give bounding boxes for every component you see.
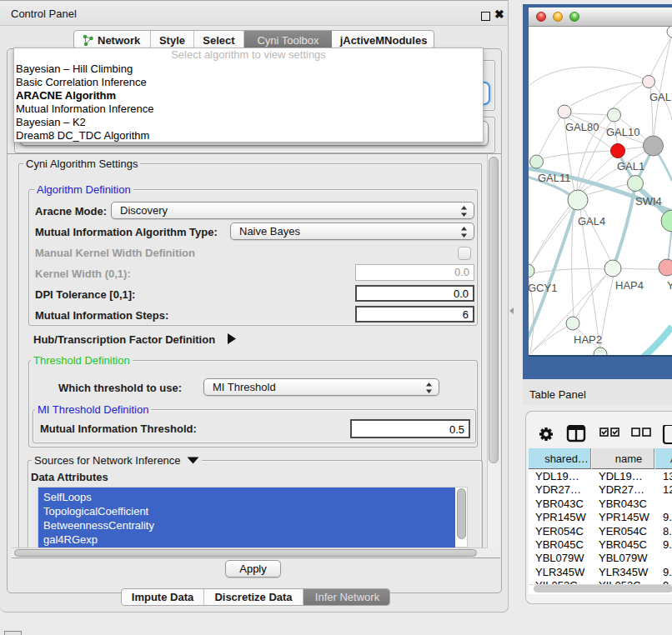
svg-text:GAL1: GAL1 (617, 160, 644, 172)
svg-text:GAL11: GAL11 (538, 172, 571, 184)
svg-text:SWI4: SWI4 (635, 195, 662, 208)
svg-text:HAP2: HAP2 (574, 333, 602, 346)
svg-text:GAL10: GAL10 (606, 126, 639, 138)
svg-text:GCY1: GCY1 (529, 282, 557, 294)
svg-text:HAP4: HAP4 (615, 279, 644, 292)
svg-text:GAL80: GAL80 (565, 121, 599, 133)
svg-text:GAL7: GAL7 (649, 91, 672, 103)
svg-text:GAL4: GAL4 (578, 215, 605, 228)
svg-text:Y: Y (667, 279, 672, 292)
